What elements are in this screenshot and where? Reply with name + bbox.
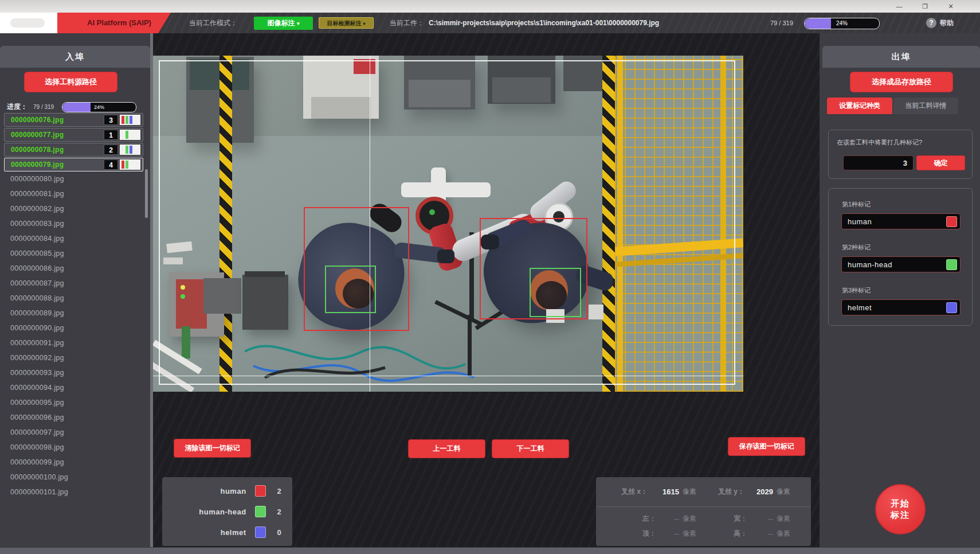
save-annotations-button[interactable]: 保存该图一切标记 <box>728 437 805 456</box>
file-item[interactable]: 0000000098.jpg <box>10 443 64 451</box>
class-color-indicator <box>120 145 140 155</box>
file-item-annotated[interactable]: 0000000076.jpg3 <box>4 113 143 127</box>
right-sidebar-outbound: 出埠 选择成品存放路径 设置标记种类 当前工料详情 在该套工料中将要打几种标记?… <box>820 33 980 554</box>
os-titlebar: — ❐ ✕ <box>0 0 980 13</box>
class-color-bar <box>126 146 128 154</box>
file-item[interactable]: 00000000100.jpg <box>10 473 68 481</box>
help-icon[interactable]: ? <box>926 18 936 28</box>
annotation-count-badge: 1 <box>104 130 118 140</box>
unit-label: 像素 <box>679 487 704 497</box>
label-3-color-swatch[interactable] <box>946 302 957 313</box>
file-item[interactable]: 0000000089.jpg <box>10 309 64 317</box>
label-3-input[interactable]: helmet <box>841 299 961 315</box>
file-item[interactable]: 0000000099.jpg <box>10 458 64 466</box>
label-2-input[interactable]: human-head <box>841 256 961 272</box>
start-annotation-button[interactable]: 开始 标注 <box>875 484 926 535</box>
progress-percent: 24% <box>805 18 879 29</box>
class-color-bar <box>126 161 128 169</box>
label-count-question: 在该套工料中将要打几种标记? <box>837 138 965 147</box>
label-types-box: 第1种标记 human 第2种标记 human-head 第3种标记 helme… <box>828 188 973 326</box>
header-progress-bar: 24% <box>804 18 880 29</box>
file-item[interactable]: 0000000081.jpg <box>10 190 64 198</box>
file-item[interactable]: 0000000082.jpg <box>10 205 64 213</box>
label-1-input[interactable]: human <box>841 213 961 229</box>
file-item[interactable]: 0000000086.jpg <box>10 264 64 272</box>
vertical-scrollbar[interactable] <box>145 169 148 218</box>
tab-current-file-details[interactable]: 当前工料详情 <box>893 97 958 114</box>
file-name: 0000000077.jpg <box>5 131 104 139</box>
file-item[interactable]: 0000000095.jpg <box>10 399 64 407</box>
file-item[interactable]: 0000000096.jpg <box>10 413 64 422</box>
select-source-path-button[interactable]: 选择工料源路径 <box>24 72 117 92</box>
progress-count: 79 / 319 <box>33 104 54 110</box>
file-item-annotated[interactable]: 0000000077.jpg1 <box>4 128 143 142</box>
legend-row: human-head2 <box>162 501 292 522</box>
legend-row: human2 <box>162 481 292 501</box>
unit-label: 像素 <box>679 529 704 539</box>
photo-canvas[interactable] <box>153 56 743 392</box>
legend-count: 2 <box>266 508 292 516</box>
class-color-bar <box>126 131 128 139</box>
file-item[interactable]: 0000000092.jpg <box>10 354 64 362</box>
tab-set-label-types[interactable]: 设置标记种类 <box>827 97 892 114</box>
file-item-annotated[interactable]: 0000000079.jpg4 <box>4 158 143 171</box>
progress-percent: 24% <box>62 103 136 112</box>
file-item-annotated[interactable]: 0000000078.jpg2 <box>4 143 143 157</box>
help-button[interactable]: 帮助 <box>940 13 954 33</box>
class-color-indicator <box>120 130 140 140</box>
file-item[interactable]: 0000000088.jpg <box>10 294 64 302</box>
class-color-indicator <box>120 159 140 170</box>
chevron-down-icon: ▾ <box>297 21 300 26</box>
file-item[interactable]: 0000000093.jpg <box>10 369 64 377</box>
class-color-bar <box>126 116 128 124</box>
file-item[interactable]: 0000000084.jpg <box>10 235 64 243</box>
bottom-status-bar <box>0 547 980 554</box>
file-item[interactable]: 0000000090.jpg <box>10 324 64 332</box>
legend-row: helmet0 <box>162 522 292 543</box>
width-label: 宽： <box>704 514 747 524</box>
maximize-icon[interactable]: ❐ <box>916 2 934 11</box>
height-label: 高： <box>704 529 747 539</box>
outbound-title: 出埠 <box>822 46 980 68</box>
file-item[interactable]: 0000000087.jpg <box>10 279 64 287</box>
label-1-color-swatch[interactable] <box>946 216 957 227</box>
mode-secondary-label: 目标检测标注 <box>327 20 362 26</box>
file-item[interactable]: 0000000091.jpg <box>10 339 64 347</box>
label-3-value: helmet <box>848 303 872 312</box>
clear-annotations-button[interactable]: 清除该图一切标记 <box>174 439 251 458</box>
minimize-icon[interactable]: — <box>891 2 908 11</box>
start-line1: 开始 <box>891 498 910 509</box>
file-item[interactable]: 0000000094.jpg <box>10 384 64 392</box>
class-color-bar <box>121 116 124 124</box>
next-file-button[interactable]: 下一工料 <box>492 439 569 458</box>
select-output-path-button[interactable]: 选择成品存放路径 <box>850 72 953 92</box>
annotation-overlay <box>153 56 743 392</box>
confirm-button[interactable]: 确定 <box>916 155 965 170</box>
file-item[interactable]: 0000000083.jpg <box>10 220 64 228</box>
label-count-input[interactable]: 3 <box>843 155 914 170</box>
annotation-count-badge: 4 <box>104 159 118 170</box>
app-title: AI Platform (SAIP) <box>57 13 171 33</box>
box-left-width-row: 左： -- 像素 宽： -- 像素 <box>596 512 811 525</box>
mode-label: 当前工作模式： <box>189 13 237 33</box>
main-workspace: 清除该图一切标记 上一工料 下一工料 保存该图一切标记 human2human-… <box>153 33 820 554</box>
legend-label: helmet <box>162 528 246 537</box>
chevron-down-icon: ▾ <box>363 21 365 26</box>
mode-image-annotation-button[interactable]: 图像标注 ▾ <box>254 17 313 30</box>
file-item[interactable]: 0000000085.jpg <box>10 249 64 258</box>
file-item[interactable]: 0000000097.jpg <box>10 428 64 436</box>
file-name: 0000000076.jpg <box>5 116 104 124</box>
class-color-bar <box>121 161 124 169</box>
file-item[interactable]: 0000000080.jpg <box>10 175 64 183</box>
previous-file-button[interactable]: 上一工料 <box>408 439 485 458</box>
label-2-color-swatch[interactable] <box>946 259 957 270</box>
label-3-title: 第3种标记 <box>842 286 871 295</box>
bbox-human-head[interactable] <box>325 266 376 313</box>
top-value: -- <box>656 529 679 538</box>
file-item[interactable]: 00000000101.jpg <box>10 488 68 496</box>
logo-area <box>0 13 57 33</box>
close-icon[interactable]: ✕ <box>942 2 959 11</box>
header-progress-count: 79 / 319 <box>770 13 793 33</box>
mode-detection-button[interactable]: 目标检测标注 ▾ <box>319 17 374 29</box>
bbox-human-head[interactable] <box>530 268 581 317</box>
